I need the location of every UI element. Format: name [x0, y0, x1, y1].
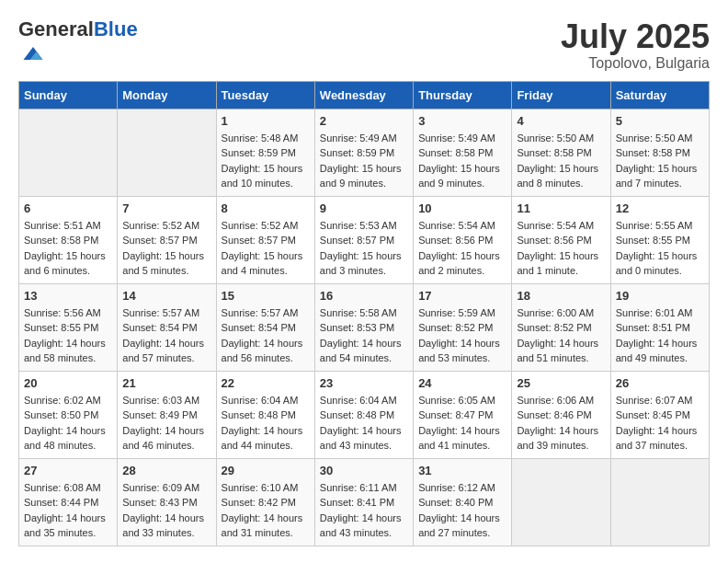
day-number: 31 — [418, 464, 506, 477]
day-number: 24 — [418, 376, 506, 390]
calendar-cell: 24Sunrise: 6:05 AMSunset: 8:47 PMDayligh… — [414, 371, 512, 458]
calendar-week-row: 6Sunrise: 5:51 AMSunset: 8:58 PMDaylight… — [19, 196, 710, 283]
page-header: GeneralBlue July 2025 Topolovo, Bulgaria — [18, 18, 710, 72]
calendar-cell: 8Sunrise: 5:52 AMSunset: 8:57 PMDaylight… — [216, 196, 314, 283]
day-info: Sunrise: 5:51 AMSunset: 8:58 PMDaylight:… — [24, 218, 112, 279]
weekday-header: Monday — [118, 81, 216, 109]
calendar-cell: 16Sunrise: 5:58 AMSunset: 8:53 PMDayligh… — [314, 283, 413, 371]
day-number: 9 — [320, 201, 408, 215]
day-number: 19 — [616, 289, 704, 303]
calendar-cell: 22Sunrise: 6:04 AMSunset: 8:48 PMDayligh… — [216, 371, 314, 458]
day-number: 10 — [418, 201, 506, 215]
weekday-header: Tuesday — [216, 81, 314, 109]
day-info: Sunrise: 6:02 AMSunset: 8:50 PMDaylight:… — [24, 393, 112, 454]
calendar-cell: 1Sunrise: 5:48 AMSunset: 8:59 PMDaylight… — [216, 109, 314, 196]
day-info: Sunrise: 5:57 AMSunset: 8:54 PMDaylight:… — [222, 305, 310, 366]
day-number: 12 — [616, 201, 704, 215]
day-number: 23 — [320, 376, 408, 390]
calendar-cell: 14Sunrise: 5:57 AMSunset: 8:54 PMDayligh… — [118, 283, 216, 371]
day-number: 26 — [616, 376, 704, 390]
calendar-cell: 13Sunrise: 5:56 AMSunset: 8:55 PMDayligh… — [19, 283, 118, 371]
calendar-cell: 19Sunrise: 6:01 AMSunset: 8:51 PMDayligh… — [610, 283, 709, 371]
day-info: Sunrise: 6:09 AMSunset: 8:43 PMDaylight:… — [122, 480, 210, 541]
calendar-week-row: 20Sunrise: 6:02 AMSunset: 8:50 PMDayligh… — [19, 371, 710, 458]
day-info: Sunrise: 6:03 AMSunset: 8:49 PMDaylight:… — [122, 393, 210, 454]
day-info: Sunrise: 6:12 AMSunset: 8:40 PMDaylight:… — [418, 480, 506, 541]
calendar-cell: 31Sunrise: 6:12 AMSunset: 8:40 PMDayligh… — [414, 458, 512, 546]
day-info: Sunrise: 5:52 AMSunset: 8:57 PMDaylight:… — [122, 218, 210, 279]
logo-icon — [20, 40, 46, 66]
title-block: July 2025 Topolovo, Bulgaria — [561, 18, 710, 72]
calendar-cell: 4Sunrise: 5:50 AMSunset: 8:58 PMDaylight… — [512, 109, 610, 196]
logo-blue-text: Blue — [94, 17, 138, 40]
day-number: 14 — [122, 289, 210, 303]
day-info: Sunrise: 5:49 AMSunset: 8:58 PMDaylight:… — [418, 131, 506, 191]
calendar-week-row: 1Sunrise: 5:48 AMSunset: 8:59 PMDaylight… — [19, 109, 710, 196]
day-info: Sunrise: 5:48 AMSunset: 8:59 PMDaylight:… — [222, 131, 310, 191]
calendar-cell: 10Sunrise: 5:54 AMSunset: 8:56 PMDayligh… — [414, 196, 512, 283]
day-number: 27 — [24, 464, 112, 477]
calendar-cell: 18Sunrise: 6:00 AMSunset: 8:52 PMDayligh… — [512, 283, 610, 371]
calendar-cell: 20Sunrise: 6:02 AMSunset: 8:50 PMDayligh… — [19, 371, 118, 458]
day-number: 8 — [222, 201, 310, 215]
day-number: 28 — [122, 464, 210, 477]
day-number: 11 — [517, 201, 605, 215]
day-number: 18 — [517, 289, 605, 303]
day-info: Sunrise: 6:08 AMSunset: 8:44 PMDaylight:… — [24, 480, 112, 541]
calendar-cell: 30Sunrise: 6:11 AMSunset: 8:41 PMDayligh… — [314, 458, 413, 546]
day-number: 16 — [320, 289, 408, 303]
day-number: 5 — [616, 114, 704, 128]
calendar-cell: 23Sunrise: 6:04 AMSunset: 8:48 PMDayligh… — [314, 371, 413, 458]
calendar-cell: 6Sunrise: 5:51 AMSunset: 8:58 PMDaylight… — [19, 196, 118, 283]
logo-general-text: General — [18, 17, 94, 40]
day-info: Sunrise: 6:10 AMSunset: 8:42 PMDaylight:… — [222, 480, 310, 541]
day-info: Sunrise: 6:04 AMSunset: 8:48 PMDaylight:… — [222, 393, 310, 454]
weekday-header: Wednesday — [314, 81, 413, 109]
calendar-cell: 5Sunrise: 5:50 AMSunset: 8:58 PMDaylight… — [610, 109, 709, 196]
calendar-cell: 7Sunrise: 5:52 AMSunset: 8:57 PMDaylight… — [118, 196, 216, 283]
day-number: 17 — [418, 289, 506, 303]
day-info: Sunrise: 6:06 AMSunset: 8:46 PMDaylight:… — [517, 393, 605, 454]
day-number: 3 — [418, 114, 506, 128]
calendar-cell: 17Sunrise: 5:59 AMSunset: 8:52 PMDayligh… — [414, 283, 512, 371]
calendar-cell — [512, 458, 610, 546]
calendar-cell: 3Sunrise: 5:49 AMSunset: 8:58 PMDaylight… — [414, 109, 512, 196]
day-number: 2 — [320, 114, 408, 128]
day-number: 30 — [320, 464, 408, 477]
day-info: Sunrise: 6:07 AMSunset: 8:45 PMDaylight:… — [616, 393, 704, 454]
day-info: Sunrise: 5:49 AMSunset: 8:59 PMDaylight:… — [320, 131, 408, 191]
day-info: Sunrise: 5:50 AMSunset: 8:58 PMDaylight:… — [517, 131, 605, 191]
calendar-table: SundayMondayTuesdayWednesdayThursdayFrid… — [18, 81, 710, 546]
location-title: Topolovo, Bulgaria — [561, 55, 710, 72]
calendar-cell: 15Sunrise: 5:57 AMSunset: 8:54 PMDayligh… — [216, 283, 314, 371]
weekday-header: Saturday — [610, 81, 709, 109]
day-info: Sunrise: 5:52 AMSunset: 8:57 PMDaylight:… — [222, 218, 310, 279]
day-number: 13 — [24, 289, 112, 303]
calendar-cell — [610, 458, 709, 546]
day-info: Sunrise: 5:55 AMSunset: 8:55 PMDaylight:… — [616, 218, 704, 279]
day-number: 6 — [24, 201, 112, 215]
day-info: Sunrise: 5:57 AMSunset: 8:54 PMDaylight:… — [122, 305, 210, 366]
day-number: 15 — [222, 289, 310, 303]
day-info: Sunrise: 5:54 AMSunset: 8:56 PMDaylight:… — [418, 218, 506, 279]
calendar-cell: 25Sunrise: 6:06 AMSunset: 8:46 PMDayligh… — [512, 371, 610, 458]
calendar-cell: 11Sunrise: 5:54 AMSunset: 8:56 PMDayligh… — [512, 196, 610, 283]
calendar-cell: 26Sunrise: 6:07 AMSunset: 8:45 PMDayligh… — [610, 371, 709, 458]
day-info: Sunrise: 5:59 AMSunset: 8:52 PMDaylight:… — [418, 305, 506, 366]
day-info: Sunrise: 5:56 AMSunset: 8:55 PMDaylight:… — [24, 305, 112, 366]
calendar-cell: 29Sunrise: 6:10 AMSunset: 8:42 PMDayligh… — [216, 458, 314, 546]
weekday-header: Thursday — [414, 81, 512, 109]
day-number: 7 — [122, 201, 210, 215]
month-title: July 2025 — [561, 18, 710, 55]
day-info: Sunrise: 6:00 AMSunset: 8:52 PMDaylight:… — [517, 305, 605, 366]
day-info: Sunrise: 6:05 AMSunset: 8:47 PMDaylight:… — [418, 393, 506, 454]
logo: GeneralBlue — [18, 18, 138, 70]
weekday-header-row: SundayMondayTuesdayWednesdayThursdayFrid… — [19, 81, 710, 109]
day-info: Sunrise: 5:50 AMSunset: 8:58 PMDaylight:… — [616, 131, 704, 191]
calendar-cell: 12Sunrise: 5:55 AMSunset: 8:55 PMDayligh… — [610, 196, 709, 283]
day-info: Sunrise: 6:11 AMSunset: 8:41 PMDaylight:… — [320, 480, 408, 541]
day-info: Sunrise: 6:01 AMSunset: 8:51 PMDaylight:… — [616, 305, 704, 366]
calendar-week-row: 27Sunrise: 6:08 AMSunset: 8:44 PMDayligh… — [19, 458, 710, 546]
day-number: 22 — [222, 376, 310, 390]
day-info: Sunrise: 5:54 AMSunset: 8:56 PMDaylight:… — [517, 218, 605, 279]
